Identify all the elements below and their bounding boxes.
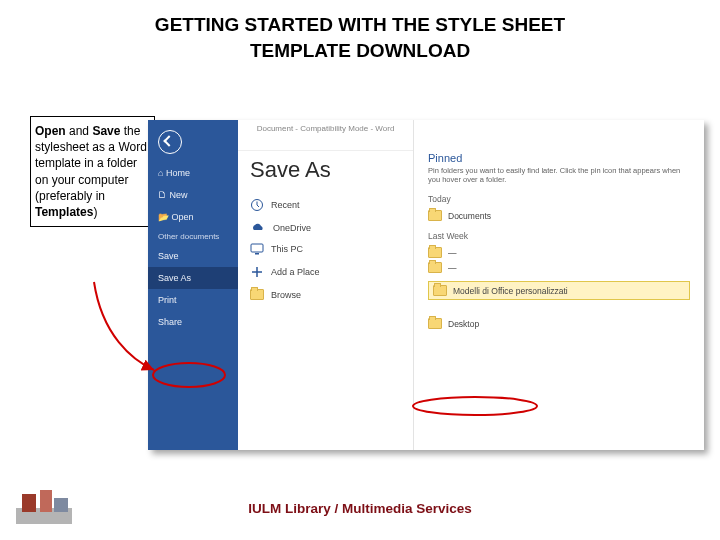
- loc-add-place[interactable]: Add a Place: [238, 260, 413, 284]
- folder-icon: [428, 262, 442, 273]
- folder-icon: [428, 247, 442, 258]
- svg-rect-2: [255, 253, 259, 255]
- entry-generic-1[interactable]: —: [428, 245, 690, 260]
- svg-rect-8: [54, 498, 68, 512]
- rail-other-docs: Other documents: [148, 228, 238, 245]
- slide-title: GETTING STARTED WITH THE STYLE SHEET TEM…: [0, 12, 720, 63]
- clock-icon: [250, 198, 264, 212]
- save-as-heading: Save As: [250, 157, 413, 183]
- rail-share[interactable]: Share: [148, 311, 238, 333]
- pinned-heading: Pinned: [428, 152, 690, 164]
- entry-desktop[interactable]: Desktop: [428, 316, 690, 331]
- rail-open[interactable]: 📂 Open: [148, 206, 238, 228]
- word-screenshot: ⌂ Home 🗋 New 📂 Open Other documents Save…: [148, 120, 704, 450]
- rail-save-as[interactable]: Save As: [148, 267, 238, 289]
- slide-title-line2: TEMPLATE DOWNLOAD: [250, 40, 470, 61]
- entry-documents[interactable]: Documents: [428, 208, 690, 223]
- entry-generic-2[interactable]: —: [428, 260, 690, 275]
- group-last-week: Last Week: [428, 231, 690, 241]
- loc-recent[interactable]: Recent: [238, 193, 413, 217]
- loc-onedrive[interactable]: OneDrive: [238, 217, 413, 238]
- plus-icon: [250, 265, 264, 279]
- folder-icon: [428, 210, 442, 221]
- svg-rect-7: [40, 490, 52, 512]
- rail-new[interactable]: 🗋 New: [148, 184, 238, 206]
- loc-browse[interactable]: Browse: [238, 284, 413, 305]
- svg-rect-6: [22, 494, 36, 512]
- folder-icon: [428, 318, 442, 329]
- cloud-icon: [250, 222, 266, 233]
- instruction-callout: Open and Save the stylesheet as a Word t…: [30, 116, 155, 227]
- save-locations-column: Document - Compatibility Mode - Word Sav…: [238, 120, 414, 450]
- back-icon[interactable]: [158, 130, 182, 154]
- folder-icon: [433, 285, 447, 296]
- slide-title-line1: GETTING STARTED WITH THE STYLE SHEET: [155, 14, 565, 35]
- callout-bold-templates: Templates: [35, 205, 93, 219]
- word-backstage-rail: ⌂ Home 🗋 New 📂 Open Other documents Save…: [148, 120, 238, 450]
- folder-icon: [250, 289, 264, 300]
- loc-this-pc[interactable]: This PC: [238, 238, 413, 260]
- iulm-logo: [16, 486, 72, 524]
- callout-bold-open: Open: [35, 124, 66, 138]
- pinned-hint: Pin folders you want to easily find late…: [428, 166, 690, 184]
- rail-save[interactable]: Save: [148, 245, 238, 267]
- svg-rect-1: [251, 244, 263, 252]
- callout-bold-save: Save: [92, 124, 120, 138]
- slide-footer: IULM Library / Multimedia Services: [248, 501, 472, 516]
- rail-print[interactable]: Print: [148, 289, 238, 311]
- pc-icon: [250, 243, 264, 255]
- group-today: Today: [428, 194, 690, 204]
- word-titlebar: Document - Compatibility Mode - Word: [238, 120, 413, 151]
- entry-templates-highlighted[interactable]: Modelli di Office personalizzati: [428, 281, 690, 300]
- rail-home[interactable]: ⌂ Home: [148, 162, 238, 184]
- recent-folders-column: Pinned Pin folders you want to easily fi…: [414, 120, 704, 450]
